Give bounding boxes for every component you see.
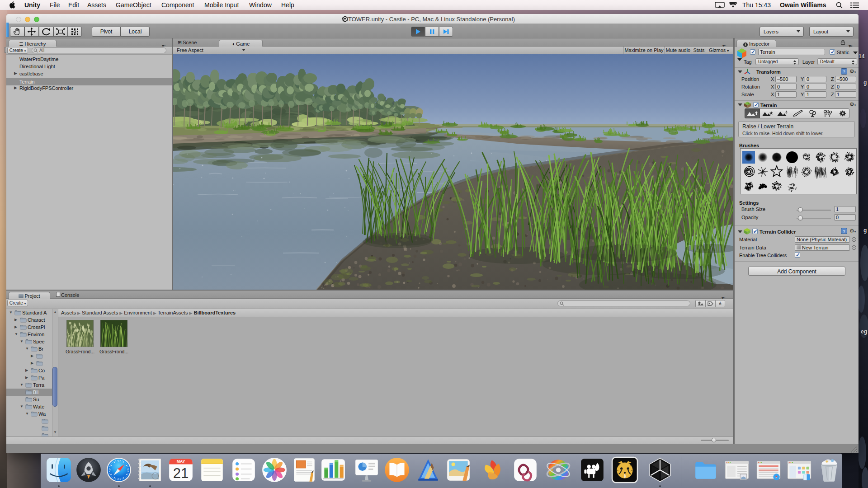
svg-text:MAY: MAY — [177, 459, 185, 464]
svg-text:21: 21 — [173, 465, 189, 481]
svg-text:?: ? — [843, 70, 845, 74]
svg-text:?: ? — [843, 229, 845, 234]
